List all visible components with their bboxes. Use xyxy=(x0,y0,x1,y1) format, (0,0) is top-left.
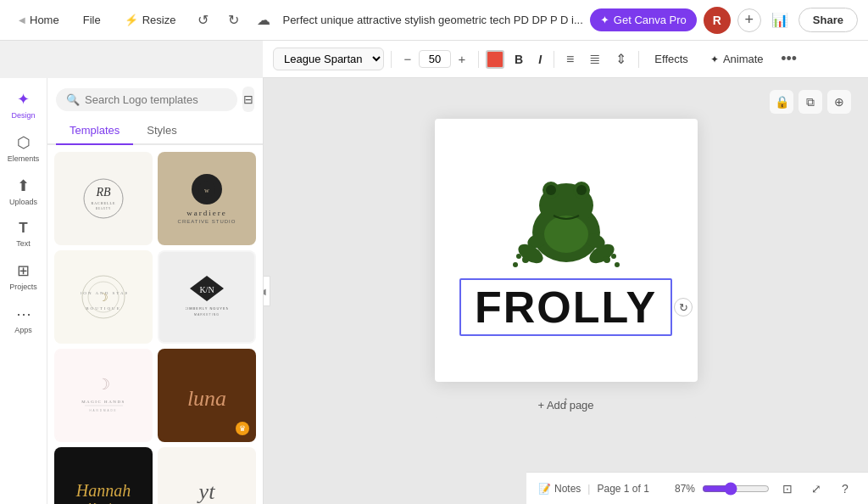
crown-badge: ♛ xyxy=(236,422,249,435)
svg-text:HANDMADE: HANDMADE xyxy=(89,409,117,412)
filter-icon: ⊟ xyxy=(243,92,253,106)
lock-button[interactable]: 🔒 xyxy=(770,90,793,114)
effects-button[interactable]: Effects xyxy=(646,49,697,69)
share-button[interactable]: Share xyxy=(798,8,858,32)
more-icon: ••• xyxy=(781,50,797,68)
home-chevron-icon: ◀ xyxy=(19,15,25,25)
help-button[interactable]: ? xyxy=(834,478,856,500)
avatar-initial: R xyxy=(713,14,721,27)
duplicate-frame-button[interactable]: ⧉ xyxy=(798,90,822,114)
font-size-increase-button[interactable]: + xyxy=(453,50,471,69)
zoom-slider[interactable] xyxy=(702,482,770,496)
plus-icon: + xyxy=(745,11,754,29)
redo-icon: ↻ xyxy=(228,12,239,28)
tab-templates[interactable]: Templates xyxy=(56,117,133,145)
canva-pro-button[interactable]: ✦ Get Canva Pro xyxy=(590,8,697,31)
bold-button[interactable]: B xyxy=(509,50,528,69)
sidebar-item-design[interactable]: ✦ Design xyxy=(3,85,44,125)
template-card-2[interactable]: w wardiere CREATIVE STUDIO xyxy=(158,152,256,245)
fullscreen-button[interactable]: ⤢ xyxy=(805,478,827,500)
zoom-value: 87% xyxy=(675,483,695,495)
page-info: Page 1 of 1 xyxy=(597,483,648,495)
home-button[interactable]: ◀ Home xyxy=(10,9,68,31)
template-card-5[interactable]: ☽ MAGIC HANDS HANDMADE xyxy=(54,349,153,442)
svg-point-40 xyxy=(615,262,620,267)
hannah-preview: Hannah Morales xyxy=(74,467,133,505)
sidebar-label-apps: Apps xyxy=(14,326,32,334)
canva-pro-star-icon: ✦ xyxy=(600,14,609,26)
align-center-button[interactable]: ≣ xyxy=(584,48,605,70)
svg-point-36 xyxy=(516,254,521,259)
svg-text:MAGIC HANDS: MAGIC HANDS xyxy=(81,400,125,404)
sidebar-label-design: Design xyxy=(11,111,35,120)
svg-text:RACHELLE: RACHELLE xyxy=(92,201,116,205)
animate-sparkle-icon: ✦ xyxy=(710,53,719,65)
text-spacing-button[interactable]: ⇕ xyxy=(610,48,632,70)
more-options-button[interactable]: ••• xyxy=(777,48,801,71)
notes-button[interactable]: 📝 Notes xyxy=(538,483,581,495)
stats-icon: 📊 xyxy=(771,12,788,28)
help-icon: ? xyxy=(842,482,849,496)
divider-3 xyxy=(554,51,554,68)
template-card-7[interactable]: Hannah Morales xyxy=(54,447,153,504)
rotate-handle[interactable]: ↻ xyxy=(674,298,693,316)
template-card-4[interactable]: K/N KIMBERLY NGUYEN MARKETING xyxy=(158,250,256,344)
canvas-wrap: FROLLY ↻ ↕ xyxy=(435,119,698,382)
template-card-3[interactable]: MOON AND STARS ☽ BOUTIQUE xyxy=(54,250,153,344)
resize-button[interactable]: ⚡ Resize xyxy=(116,9,185,31)
svg-text:w: w xyxy=(204,187,209,194)
sidebar-item-projects[interactable]: ⊞ Projects xyxy=(3,256,44,296)
tabs-row: Templates Styles xyxy=(47,117,263,145)
fit-page-button[interactable]: ⊡ xyxy=(776,478,798,500)
font-selector[interactable]: League Spartan xyxy=(273,48,384,70)
search-bar: 🔍 ⊟ xyxy=(47,78,263,117)
sidebar-item-text[interactable]: T Text xyxy=(3,215,44,253)
redo-button[interactable]: ↻ xyxy=(221,8,245,32)
template-card-1[interactable]: RB RACHELLE BEAUTY xyxy=(54,152,153,245)
template-card-8[interactable]: yt YASMINE TANAKA xyxy=(158,447,256,504)
topbar-left: ◀ Home File ⚡ Resize ↺ ↻ ☁ xyxy=(10,8,275,32)
stats-button[interactable]: 📊 xyxy=(768,8,792,32)
projects-icon: ⊞ xyxy=(17,261,30,280)
add-collaborator-button[interactable]: + xyxy=(737,8,761,32)
cloud-save-button[interactable]: ☁ xyxy=(252,8,275,32)
doc-title: Perfect unique attractive stylish geomet… xyxy=(282,14,582,26)
avatar-button[interactable]: R xyxy=(704,7,731,34)
search-input[interactable] xyxy=(85,93,227,106)
undo-button[interactable]: ↺ xyxy=(191,8,214,32)
italic-button[interactable]: I xyxy=(533,50,547,69)
canvas-text: FROLLY xyxy=(475,283,657,332)
lock-icon: 🔒 xyxy=(775,95,789,109)
resize-icon: ⚡ xyxy=(125,14,138,26)
svg-text:BEAUTY: BEAUTY xyxy=(96,207,111,210)
font-size-input[interactable] xyxy=(419,50,451,68)
font-size-decrease-button[interactable]: − xyxy=(398,50,417,69)
template-card-6[interactable]: luna ♛ xyxy=(158,349,256,442)
luna-preview: luna xyxy=(173,370,241,421)
topbar: ◀ Home File ⚡ Resize ↺ ↻ ☁ Perfect uniqu… xyxy=(0,0,868,41)
svg-text:BOUTIQUE: BOUTIQUE xyxy=(86,306,121,311)
svg-point-0 xyxy=(84,179,123,218)
tab-styles[interactable]: Styles xyxy=(133,117,190,145)
filter-button[interactable]: ⊟ xyxy=(242,87,254,112)
yt-preview: yt YASMINE TANAKA xyxy=(177,467,236,505)
file-label: File xyxy=(83,14,101,26)
add-frame-button[interactable]: ⊕ xyxy=(827,90,851,114)
svg-text:KIMBERLY NGUYEN: KIMBERLY NGUYEN xyxy=(186,306,228,311)
sidebar-item-uploads[interactable]: ⬆ Uploads xyxy=(3,171,44,211)
animate-button[interactable]: ✦ Animate xyxy=(702,49,772,69)
sidebar-item-apps[interactable]: ⋯ Apps xyxy=(3,300,44,339)
align-left-button[interactable]: ≡ xyxy=(561,49,579,70)
sidebar-item-elements[interactable]: ⬡ Elements xyxy=(3,128,44,168)
sidebar-label-projects: Projects xyxy=(9,283,37,291)
hide-panel-button[interactable]: ◀ xyxy=(264,276,270,306)
zoom-controls: 87% ⊡ ⤢ ? xyxy=(675,478,856,500)
text-selection-box[interactable]: FROLLY ↻ xyxy=(459,278,672,336)
text-color-button[interactable] xyxy=(486,50,504,69)
file-button[interactable]: File xyxy=(75,9,109,31)
divider-4 xyxy=(638,51,639,68)
search-input-wrap: 🔍 xyxy=(56,88,237,111)
svg-point-39 xyxy=(611,254,616,259)
animate-label: Animate xyxy=(723,53,764,65)
svg-point-37 xyxy=(513,262,518,267)
